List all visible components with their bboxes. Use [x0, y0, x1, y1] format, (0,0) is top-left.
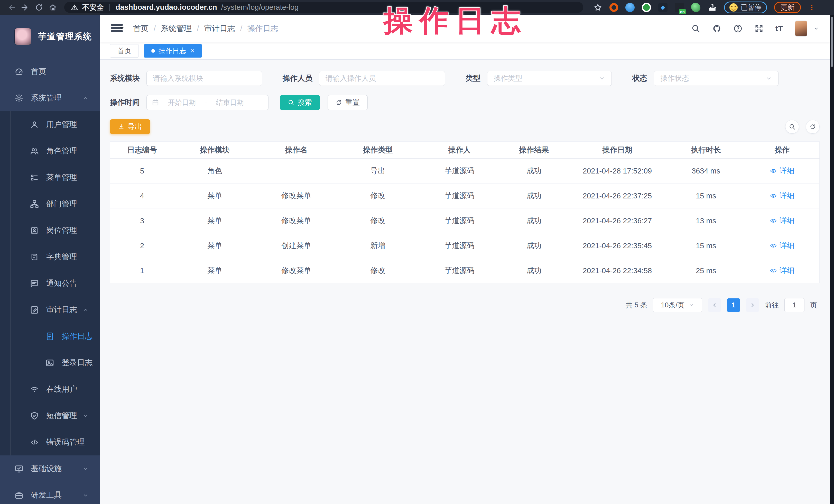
- breadcrumb-separator: /: [197, 24, 199, 33]
- cell-module: 菜单: [174, 209, 256, 233]
- refresh-table-icon[interactable]: [806, 120, 819, 134]
- table-row[interactable]: 4菜单修改菜单修改芋道源码成功2021-04-26 22:37:2515 ms详…: [110, 183, 819, 209]
- filter-type: 类型 操作类型: [465, 71, 612, 86]
- extension-blue-drop-icon[interactable]: [626, 3, 635, 12]
- main-panel: 首页 / 系统管理 / 审计日志 / 操作日志 tT 首页操作日志×: [100, 15, 830, 504]
- chevron-down-icon[interactable]: [813, 26, 819, 31]
- window-scrollbar[interactable]: [830, 15, 834, 504]
- sidebar-item-home[interactable]: 首页: [0, 58, 100, 85]
- collapse-menu-icon[interactable]: [111, 24, 123, 33]
- date-range-picker[interactable]: -: [147, 95, 268, 110]
- column-header: 操作日期: [568, 141, 667, 158]
- sidebar-item-error-code[interactable]: 错误码管理: [0, 429, 100, 455]
- sidebar-item-user-mgmt[interactable]: 用户管理: [0, 111, 100, 138]
- breadcrumb-separator: /: [154, 24, 156, 33]
- filter-module: 系统模块: [110, 71, 262, 86]
- extension-puzzle-icon[interactable]: [708, 3, 717, 12]
- sidebar-item-dev-tools[interactable]: 研发工具: [0, 482, 100, 504]
- sidebar-item-post-mgmt[interactable]: 岗位管理: [0, 217, 100, 244]
- help-icon[interactable]: [733, 24, 743, 33]
- extension-blue-diamond-icon[interactable]: ◆: [658, 3, 667, 12]
- browser-home-button[interactable]: [48, 2, 58, 13]
- type-select[interactable]: 操作类型: [487, 71, 612, 86]
- sidebar: 芋道管理系统 首页系统管理用户管理角色管理菜单管理部门管理岗位管理字典管理通知公…: [0, 15, 100, 504]
- extension-green-leaf-icon[interactable]: [691, 3, 700, 12]
- sidebar-logo-row[interactable]: 芋道管理系统: [0, 15, 100, 58]
- bookmark-star-icon[interactable]: [593, 3, 602, 12]
- sidebar-item-operate-log[interactable]: 操作日志: [0, 323, 100, 350]
- chevron-down-icon: [765, 75, 772, 82]
- next-page-button[interactable]: [746, 299, 759, 312]
- goto-page-input[interactable]: [784, 298, 805, 312]
- operator-input[interactable]: [319, 71, 445, 86]
- browser-back-button[interactable]: [6, 2, 17, 13]
- cell-operator: 芋道源码: [419, 209, 500, 233]
- detail-link[interactable]: 详细: [770, 241, 794, 251]
- scrollbar-thumb[interactable]: [831, 17, 833, 67]
- font-size-icon[interactable]: tT: [775, 24, 783, 33]
- search-button[interactable]: 搜索: [280, 95, 320, 110]
- detail-link[interactable]: 详细: [770, 166, 794, 176]
- breadcrumb-item[interactable]: 首页: [133, 23, 149, 34]
- table-row[interactable]: 1菜单修改菜单修改芋道源码成功2021-04-26 22:34:5825 ms详…: [110, 258, 819, 283]
- prev-page-button[interactable]: [708, 299, 721, 312]
- chat-icon: [30, 279, 39, 288]
- cell-action: 详细: [745, 209, 819, 233]
- module-input[interactable]: [147, 71, 262, 86]
- close-icon[interactable]: ×: [190, 47, 195, 54]
- detail-link[interactable]: 详细: [770, 265, 794, 276]
- browser-extensions-row: ◆ on 已暂停 更新: [593, 2, 816, 13]
- show-search-icon[interactable]: [785, 120, 799, 134]
- detail-link[interactable]: 详细: [770, 191, 794, 201]
- fullscreen-icon[interactable]: [754, 24, 764, 33]
- start-date-input[interactable]: [163, 96, 201, 109]
- sidebar-item-menu-mgmt[interactable]: 菜单管理: [0, 164, 100, 191]
- top-navbar: 首页 / 系统管理 / 审计日志 / 操作日志 tT: [100, 15, 830, 42]
- browser-forward-button[interactable]: [20, 2, 30, 13]
- sidebar-item-online-user[interactable]: 在线用户: [0, 376, 100, 402]
- breadcrumb-item[interactable]: 审计日志: [204, 23, 235, 34]
- sidebar-item-dict-mgmt[interactable]: 字典管理: [0, 244, 100, 270]
- extension-switch-icon[interactable]: on: [675, 3, 684, 12]
- tab-label: 操作日志: [158, 46, 186, 56]
- export-button[interactable]: 导出: [110, 119, 150, 134]
- badge-icon: [30, 226, 39, 235]
- breadcrumb-item[interactable]: 系统管理: [161, 23, 192, 34]
- extension-orange-ring-icon[interactable]: [610, 3, 618, 12]
- sidebar-item-system-mgmt[interactable]: 系统管理: [0, 85, 100, 111]
- sidebar-item-audit-log[interactable]: 审计日志: [0, 297, 100, 323]
- table-row[interactable]: 2菜单创建菜单新增芋道源码成功2021-04-26 22:35:4515 ms详…: [110, 233, 819, 258]
- update-button[interactable]: 更新: [774, 2, 801, 13]
- sidebar-item-login-log[interactable]: 登录日志: [0, 350, 100, 376]
- address-bar[interactable]: 不安全 dashboard.yudao.iocoder.cn/system/lo…: [64, 2, 583, 13]
- end-date-input[interactable]: [211, 96, 249, 109]
- table-row[interactable]: 5角色导出芋道源码成功2021-04-28 17:52:093634 ms详细: [110, 158, 819, 183]
- eye-icon: [770, 167, 777, 175]
- page-size-select[interactable]: 10条/页: [653, 298, 702, 312]
- book-icon: [30, 253, 39, 262]
- on-badge: on: [679, 9, 686, 14]
- cell-type: 修改: [337, 209, 419, 233]
- sidebar-item-dept-mgmt[interactable]: 部门管理: [0, 191, 100, 217]
- tab-操作日志[interactable]: 操作日志×: [144, 44, 202, 58]
- reset-button[interactable]: 重置: [328, 95, 368, 110]
- github-icon[interactable]: [712, 24, 722, 33]
- browser-menu-icon[interactable]: [808, 4, 816, 11]
- current-page-button[interactable]: 1: [727, 299, 740, 312]
- sidebar-item-infra[interactable]: 基础设施: [0, 455, 100, 482]
- extension-green-circle-icon[interactable]: [642, 3, 651, 12]
- tab-首页[interactable]: 首页: [110, 44, 139, 58]
- cell-name: [256, 158, 337, 183]
- sidebar-item-sms-mgmt[interactable]: 短信管理: [0, 402, 100, 429]
- table-row[interactable]: 3菜单修改菜单修改芋道源码成功2021-04-26 22:36:2713 ms详…: [110, 209, 819, 233]
- column-header: 操作类型: [337, 141, 419, 158]
- detail-link[interactable]: 详细: [770, 216, 794, 226]
- sidebar-item-notice[interactable]: 通知公告: [0, 270, 100, 297]
- status-select[interactable]: 操作状态: [654, 71, 778, 86]
- browser-reload-button[interactable]: [34, 2, 44, 13]
- user-avatar[interactable]: [795, 21, 807, 37]
- sidebar-item-role-mgmt[interactable]: 角色管理: [0, 138, 100, 164]
- paused-badge[interactable]: 已暂停: [724, 2, 767, 13]
- search-icon[interactable]: [691, 24, 700, 33]
- person-icon: [30, 120, 39, 129]
